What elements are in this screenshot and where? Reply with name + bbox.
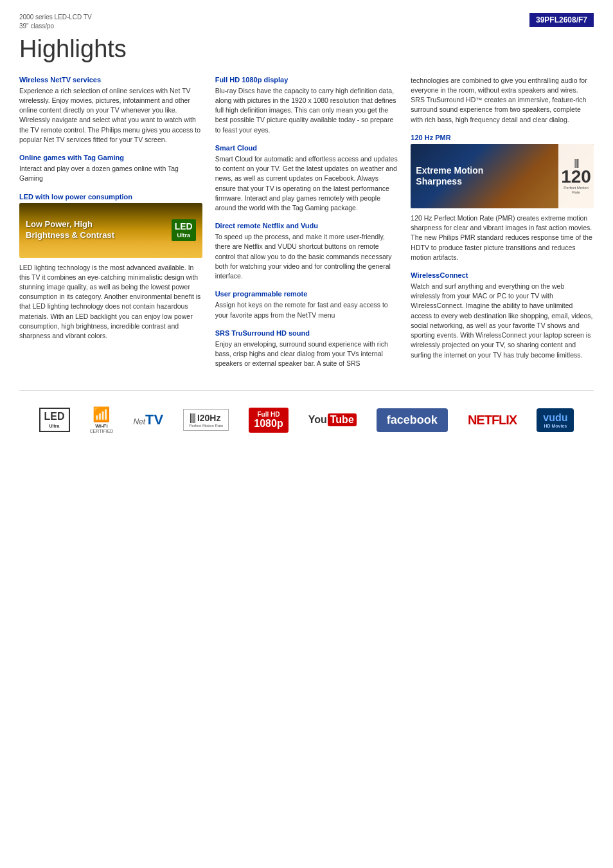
- led-ultra-badge: LED Ultra: [39, 408, 70, 432]
- wireless-nettv-title: Wireless NetTV services: [19, 76, 202, 84]
- section-srs-sound: SRS TruSurround HD sound Enjoy an envelo…: [215, 329, 398, 369]
- pmr-label: Perfect Motion Rate: [562, 186, 591, 195]
- wifi-logo: 📶 Wi-Fi CERTIFIED: [90, 406, 114, 433]
- model-badge: 39PFL2608/F7: [529, 13, 594, 27]
- hz-logo: |||| I20Hz Perfect Motion Rate: [183, 409, 229, 431]
- online-games-body: Interact and play over a dozen games onl…: [19, 164, 202, 183]
- section-smart-cloud: Smart Cloud Smart Cloud for automatic an…: [215, 144, 398, 213]
- fullhd-top: Full HD: [254, 411, 283, 418]
- fullhd-bottom: 1080p: [254, 418, 283, 429]
- section-direct-netflix: Direct remote Netflix and Vudu To speed …: [215, 222, 398, 281]
- section-online-games: Online games with Tag Gaming Interact an…: [19, 154, 202, 183]
- smart-cloud-body: Smart Cloud for automatic and effortless…: [215, 154, 398, 213]
- logo-led-ultra: LED Ultra: [39, 401, 70, 439]
- page-title: Highlights: [19, 36, 594, 63]
- user-remote-title: User programmable remote: [215, 290, 398, 298]
- size-text: 39" class/po: [19, 22, 92, 31]
- tube-text: Tube: [328, 413, 357, 426]
- led-ultra-sub: Ultra: [49, 424, 60, 428]
- column-2: Full HD 1080p display Blu-ray Discs have…: [215, 76, 398, 378]
- logo-vudu: vudu HD Movies: [537, 401, 574, 439]
- section-pmr-120hz: 120 Hz PMR Extreme Motion Sharpness ||||…: [411, 134, 594, 262]
- fullhd-logo: Full HD 1080p: [249, 408, 288, 433]
- logo-nettv: Net TV: [133, 401, 163, 439]
- pmr-title: 120 Hz PMR: [411, 134, 594, 141]
- hz-waves-icon: ||||: [189, 412, 195, 424]
- pmr-image-block: Extreme Motion Sharpness |||| 120 Perfec…: [411, 144, 594, 208]
- srs-sound-title: SRS TruSurround HD sound: [215, 329, 398, 337]
- logo-facebook: facebook: [377, 401, 448, 439]
- section-srs-continued: technologies are combined to give you en…: [411, 76, 594, 125]
- hz-number: I20Hz: [197, 413, 221, 422]
- footer-logos-bar: LED Ultra 📶 Wi-Fi CERTIFIED Net TV: [19, 390, 594, 449]
- vudu-logo: vudu HD Movies: [537, 408, 574, 432]
- vudu-text: vudu: [543, 412, 567, 424]
- pmr-number: 120: [561, 168, 591, 186]
- hz-number-group: I20Hz: [197, 413, 221, 422]
- full-hd-body: Blu-ray Discs have the capacity to carry…: [215, 86, 398, 135]
- series-text: 2000 series LED-LCD TV: [19, 13, 92, 22]
- full-hd-title: Full HD 1080p display: [215, 76, 398, 84]
- led-line1: Low Power, High: [26, 219, 93, 229]
- srs-continued-body: technologies are combined to give you en…: [411, 76, 594, 125]
- nettv-logo: Net TV: [133, 411, 163, 428]
- logo-youtube: You Tube: [308, 401, 357, 439]
- main-columns: Wireless NetTV services Experience a ric…: [19, 76, 594, 378]
- header-left: 2000 series LED-LCD TV 39" class/po: [19, 13, 92, 31]
- you-text: You: [308, 414, 327, 426]
- section-user-remote: User programmable remote Assign hot keys…: [215, 290, 398, 320]
- wifi-certified-sub: CERTIFIED: [90, 429, 114, 433]
- nettv-text-group: Net TV: [133, 411, 163, 428]
- column-3: technologies are combined to give you en…: [411, 76, 594, 378]
- netflix-logo: NETFLIX: [468, 413, 517, 428]
- led-line2: Brightness & Contrast: [26, 230, 114, 240]
- hz-group: |||| I20Hz: [189, 412, 223, 424]
- logo-netflix: NETFLIX: [468, 401, 517, 439]
- column-1: Wireless NetTV services Experience a ric…: [19, 76, 202, 378]
- led-badge-sub: Ultra: [177, 232, 190, 239]
- direct-netflix-body: To speed up the process, and make it mor…: [215, 232, 398, 281]
- tv-text: TV: [145, 411, 163, 428]
- led-badge-main: LED: [175, 221, 193, 232]
- vudu-hd-text: HD Movies: [543, 424, 567, 428]
- led-low-power-body: LED lighting technology is the most adva…: [19, 263, 202, 341]
- youtube-logo: You Tube: [308, 413, 357, 426]
- facebook-logo: facebook: [377, 408, 448, 432]
- header: 2000 series LED-LCD TV 39" class/po 39PF…: [19, 13, 594, 31]
- hz-subtitle: Perfect Motion Rate: [189, 424, 223, 428]
- direct-netflix-title: Direct remote Netflix and Vudu: [215, 222, 398, 230]
- led-image-text: Low Power, High Brightness & Contrast: [26, 219, 114, 241]
- led-badge: LED Ultra: [172, 219, 196, 241]
- net-text: Net: [133, 417, 145, 426]
- led-low-power-title: LED with low power consumption: [19, 193, 202, 201]
- pmr-image-title: Extreme Motion Sharpness: [416, 165, 553, 187]
- section-wireless-connect: WirelessConnect Watch and surf anything …: [411, 271, 594, 360]
- logo-120hz: |||| I20Hz Perfect Motion Rate: [183, 401, 229, 439]
- srs-sound-body: Enjoy an enveloping, surround sound expe…: [215, 339, 398, 369]
- wifi-certified-label: Wi-Fi: [90, 423, 114, 429]
- smart-cloud-title: Smart Cloud: [215, 144, 398, 152]
- page-container: 2000 series LED-LCD TV 39" class/po 39PF…: [0, 0, 613, 462]
- wireless-connect-title: WirelessConnect: [411, 271, 594, 279]
- section-led-low-power: LED with low power consumption Low Power…: [19, 193, 202, 341]
- pmr-image-left: Extreme Motion Sharpness: [411, 144, 558, 208]
- pmr-line1: Extreme Motion: [416, 165, 483, 176]
- wifi-arc-icon: 📶: [90, 406, 114, 423]
- pmr-body: 120 Hz Perfect Motion Rate (PMR) creates…: [411, 213, 594, 262]
- online-games-title: Online games with Tag Gaming: [19, 154, 202, 161]
- wireless-connect-body: Watch and surf anything and everything o…: [411, 282, 594, 360]
- led-image-block: Low Power, High Brightness & Contrast LE…: [19, 203, 202, 258]
- section-wireless-nettv: Wireless NetTV services Experience a ric…: [19, 76, 202, 145]
- section-full-hd: Full HD 1080p display Blu-ray Discs have…: [215, 76, 398, 135]
- pmr-image-right: |||| 120 Perfect Motion Rate: [558, 144, 594, 208]
- pmr-line2: Sharpness: [416, 176, 462, 186]
- logo-full-hd: Full HD 1080p: [249, 401, 288, 439]
- logo-wifi-certified: 📶 Wi-Fi CERTIFIED: [90, 401, 114, 439]
- user-remote-body: Assign hot keys on the remote for fast a…: [215, 300, 398, 320]
- led-ultra-text: LED: [44, 411, 65, 422]
- wireless-nettv-body: Experience a rich selection of online se…: [19, 86, 202, 145]
